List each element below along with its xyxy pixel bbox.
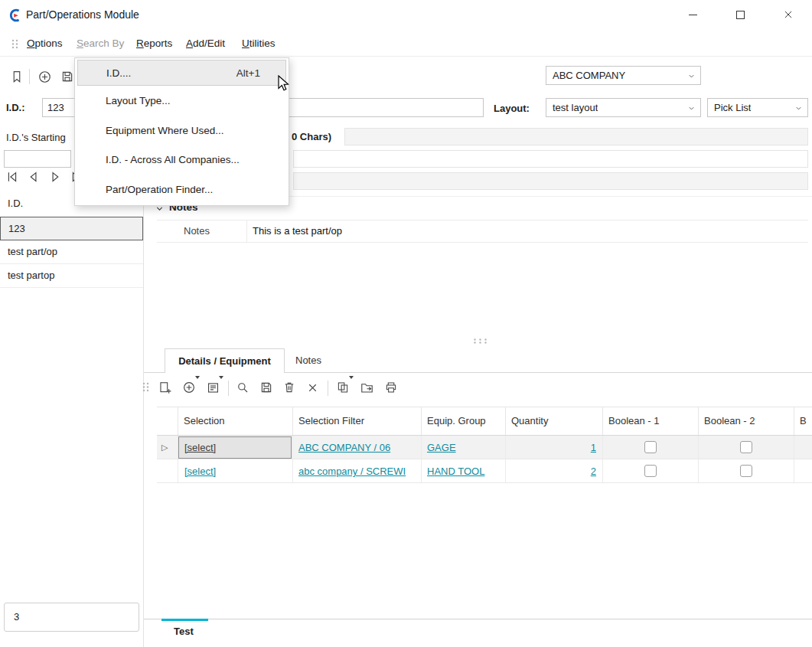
divider <box>246 220 247 243</box>
chevron-down-icon <box>794 104 803 113</box>
grid-column-divider[interactable] <box>698 407 699 435</box>
menu-item-layout-type[interactable]: Layout Type... <box>75 86 289 116</box>
menu-item-id[interactable]: I.D.... Alt+1 <box>77 60 286 86</box>
bottom-tab-test[interactable]: Test <box>174 626 194 637</box>
boolean-2-checkbox[interactable] <box>740 465 752 477</box>
copy-button[interactable] <box>334 378 352 397</box>
column-header-selection-filter[interactable]: Selection Filter <box>298 415 364 426</box>
toolbar-grip-icon[interactable] <box>142 382 149 392</box>
quantity-link[interactable]: 2 <box>505 466 596 477</box>
maximize-button[interactable] <box>722 3 758 26</box>
printer-icon <box>384 381 398 394</box>
selection-link[interactable]: [select] <box>184 442 216 453</box>
column-header-boolean-1[interactable]: Boolean - 1 <box>608 415 660 426</box>
menu-reports[interactable]: Reports <box>136 38 172 49</box>
company-select-value: ABC COMPANY <box>553 70 625 81</box>
search-button[interactable] <box>233 378 252 397</box>
circle-plus-icon <box>38 70 52 84</box>
copy-icon <box>336 381 350 394</box>
dropdown-caret-icon <box>195 376 200 379</box>
grid-column-divider[interactable] <box>421 407 422 435</box>
title-bar: Part/Operations Module <box>0 0 812 31</box>
menubar-grip-icon[interactable] <box>11 39 18 49</box>
boolean-1-checkbox[interactable] <box>644 441 657 453</box>
menu-item-label: Layout Type... <box>106 95 261 106</box>
id-list-header: I.D. <box>8 198 23 209</box>
grid-column-divider[interactable] <box>292 407 293 435</box>
cancel-button[interactable] <box>303 378 321 397</box>
menu-item-equipment-where-used[interactable]: Equipment Where Used... <box>75 116 289 145</box>
list-item[interactable]: test partop <box>0 264 143 288</box>
grid-column-divider[interactable] <box>602 407 603 435</box>
notes-row-value[interactable]: This is a test part/op <box>253 225 342 237</box>
boolean-1-checkbox[interactable] <box>644 465 657 477</box>
nav-first-button[interactable] <box>3 168 21 186</box>
grid-column-divider <box>602 436 603 483</box>
x-icon <box>306 381 319 394</box>
column-header-boolean-2[interactable]: Boolean - 2 <box>704 415 755 426</box>
maximize-icon <box>736 11 745 19</box>
nav-next-button[interactable] <box>46 168 64 186</box>
list-item[interactable]: test part/op <box>0 240 143 264</box>
layout-label: Layout: <box>494 103 530 114</box>
delete-button[interactable] <box>280 378 298 397</box>
list-item[interactable]: 123 <box>0 217 143 240</box>
column-header-equip-group[interactable]: Equip. Group <box>427 415 486 426</box>
selection-filter-link[interactable]: abc company / SCREWI <box>298 466 419 477</box>
dropdown-caret-icon <box>349 376 354 379</box>
menu-search-by[interactable]: Search By <box>77 38 124 49</box>
insert-row-button[interactable] <box>155 378 174 397</box>
save-detail-button[interactable] <box>257 378 276 397</box>
menu-add-edit[interactable]: Add/Edit <box>186 38 225 49</box>
selection-filter-link[interactable]: ABC COMPANY / 06 <box>298 442 390 453</box>
edit-form-button[interactable] <box>204 378 222 397</box>
selection-link[interactable]: [select] <box>184 466 216 477</box>
ids-starting-input[interactable] <box>4 150 71 168</box>
minimize-button[interactable] <box>675 3 710 26</box>
row-divider <box>157 482 812 483</box>
ids-starting-label: I.D.'s Starting <box>6 132 66 143</box>
window-title: Part/Operations Module <box>26 8 139 21</box>
chevron-down-icon <box>687 104 696 113</box>
menu-item-shortcut: Alt+1 <box>236 67 260 79</box>
layout-select[interactable]: test layout <box>546 98 701 117</box>
column-header-quantity[interactable]: Quantity <box>511 415 548 426</box>
grid-column-divider[interactable] <box>178 407 178 435</box>
quantity-link[interactable]: 1 <box>505 442 596 453</box>
menu-item-part-operation-finder[interactable]: Part/Operation Finder... <box>75 175 289 204</box>
header-text-field[interactable] <box>293 150 808 168</box>
description-readonly-field <box>344 128 808 145</box>
column-header-selection[interactable]: Selection <box>184 415 224 426</box>
grid-column-divider <box>794 436 794 483</box>
previous-record-icon <box>26 169 41 185</box>
add-record-button[interactable] <box>35 67 54 86</box>
grid-column-divider <box>421 436 422 483</box>
grid-column-divider[interactable] <box>505 407 506 435</box>
row-divider <box>157 459 812 459</box>
tab-details-equipment[interactable]: Details / Equipment <box>165 348 285 373</box>
print-button[interactable] <box>382 378 400 397</box>
save-icon <box>60 70 74 83</box>
add-detail-button[interactable] <box>180 378 198 397</box>
equip-group-link[interactable]: HAND TOOL <box>427 466 484 477</box>
toolbar-divider <box>228 381 229 396</box>
boolean-2-checkbox[interactable] <box>740 441 752 453</box>
export-button[interactable] <box>357 378 376 397</box>
grid-column-divider[interactable] <box>794 407 794 435</box>
menu-options[interactable]: Options <box>27 38 63 49</box>
bookmark-icon <box>10 70 24 83</box>
menu-item-id-across-companies[interactable]: I.D. - Across All Companies... <box>75 145 289 175</box>
picklist-select[interactable]: Pick List <box>707 98 808 117</box>
menu-utilities[interactable]: Utilities <box>242 38 276 49</box>
header-readonly-field <box>293 172 808 190</box>
tab-notes[interactable]: Notes <box>295 355 321 366</box>
bookmark-button[interactable] <box>8 67 26 86</box>
column-header-boolean-3[interactable]: B <box>800 415 807 426</box>
company-select[interactable]: ABC COMPANY <box>546 66 701 85</box>
equip-group-link[interactable]: GAGE <box>427 442 456 453</box>
nav-previous-button[interactable] <box>24 168 43 186</box>
splitter-grip-icon[interactable] <box>473 338 488 345</box>
close-icon <box>783 9 794 20</box>
grid-border <box>157 407 812 407</box>
close-button[interactable] <box>771 3 806 26</box>
